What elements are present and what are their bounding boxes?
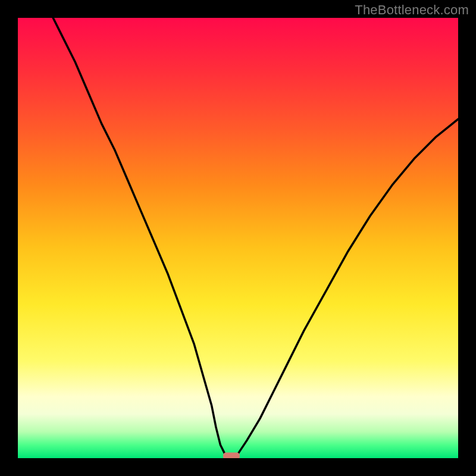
curve-layer xyxy=(18,18,458,458)
bottleneck-curve xyxy=(53,18,458,458)
attribution-label: TheBottleneck.com xyxy=(355,2,469,18)
optimum-marker xyxy=(223,453,240,459)
chart-frame: TheBottleneck.com xyxy=(0,0,476,476)
plot-area xyxy=(18,18,458,458)
